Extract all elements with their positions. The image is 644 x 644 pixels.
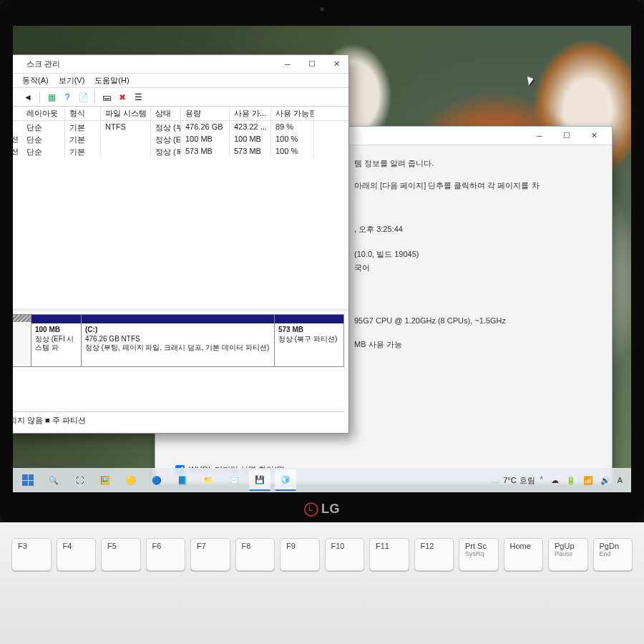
delete-icon[interactable]: ✖: [117, 92, 128, 103]
col-type[interactable]: 형식: [65, 107, 101, 120]
dxdiag-mem: MB 사용 가능: [354, 339, 599, 350]
menu-action[interactable]: 동작(A): [22, 75, 49, 86]
start-button[interactable]: [17, 469, 39, 491]
col-filesystem[interactable]: 파일 시스템: [101, 107, 151, 120]
disk-management-window: 스크 관리 ─ ☐ ✕ 동작(A) 보기(V) 도움말(H) ◄ ▦ ? 📄 🖴: [13, 54, 349, 434]
disk-label[interactable]: 디스크 0 .92 GB 라인: [13, 315, 31, 366]
taskbar-chrome[interactable]: 🟡: [120, 469, 142, 491]
taskbar: 🔍 ⛶ 🖼️ 🟡 🔵 📘 📁 ✉️ 💾 🧊 ☁️ 7°C 흐림 ˄ ☁ 🔋 📶 …: [13, 468, 631, 492]
tray-onedrive-icon[interactable]: ☁: [551, 476, 559, 485]
keyboard-key: PgDnEnd: [593, 538, 633, 571]
dxdiag-text: 템 정보를 알려 줍니다.: [354, 158, 599, 169]
taskbar-app[interactable]: 🖼️: [94, 469, 116, 491]
dxdiag-lang: 국어: [354, 263, 599, 273]
help-icon[interactable]: ?: [62, 92, 73, 103]
col-used[interactable]: 사용 가...: [230, 107, 271, 120]
partition[interactable]: 573 MB정상 (복구 파티션): [275, 315, 343, 366]
legend: 할당되지 않음 ■ 주 파티션: [13, 411, 344, 429]
volume-name: 스크 0 파티션 4): [13, 145, 19, 158]
taskbar-app[interactable]: 📘: [172, 469, 193, 491]
volume-name: [13, 121, 19, 124]
keyboard-key: F6: [146, 538, 186, 571]
back-icon[interactable]: ◄: [22, 92, 34, 103]
keyboard-key: F7: [190, 538, 230, 571]
keyboard-key: F11: [369, 538, 409, 571]
maximize-button[interactable]: ☐: [300, 57, 324, 72]
tray-ime[interactable]: A: [618, 476, 623, 484]
keyboard-key: F8: [235, 538, 275, 571]
disk-row[interactable]: 디스크 0 .92 GB 라인 100 MB정상 (EFI 시스템 파(C:)4…: [13, 314, 344, 367]
keyboard-key: Prt ScSysRq: [459, 538, 499, 571]
taskbar-diskmgmt[interactable]: 💾: [249, 469, 270, 491]
disk-diagram: 디스크 0 .92 GB 라인 100 MB정상 (EFI 시스템 파(C:)4…: [13, 311, 348, 433]
col-capacity[interactable]: 용량: [181, 107, 230, 120]
volume-list-header[interactable]: 레이아웃 형식 파일 시스템 상태 용량 사용 가... 사용 가능한...: [13, 107, 348, 121]
minimize-button[interactable]: ─: [526, 128, 553, 144]
laptop-brand: LG: [304, 502, 340, 517]
keyboard-key: F5: [101, 538, 141, 571]
keyboard-key: F12: [414, 538, 454, 571]
close-button[interactable]: ✕: [580, 128, 608, 144]
brand-text: LG: [321, 502, 340, 517]
partition[interactable]: (C:)476.26 GB NTFS정상 (부팅, 페이지 파일, 크래시 덤프…: [82, 315, 275, 366]
taskbar-explorer[interactable]: 📁: [197, 469, 219, 491]
maximize-button[interactable]: ☐: [553, 128, 580, 144]
tray-chevron-icon[interactable]: ˄: [540, 476, 544, 485]
dxdiag-os: (10.0, 빌드 19045): [354, 249, 599, 260]
table-row[interactable]: 단순기본정상 (EFI ...100 MB100 MB100 %: [13, 133, 348, 145]
webcam: [319, 6, 325, 12]
refresh-icon[interactable]: 📄: [77, 92, 89, 103]
tray-wifi-icon[interactable]: 📶: [583, 476, 593, 485]
diskmgmt-titlebar[interactable]: 스크 관리 ─ ☐ ✕: [13, 55, 348, 74]
dxdiag-text: 아래의 [다음 페이지] 단추를 클릭하여 각 페이지를 차: [354, 180, 599, 191]
volume-list-empty: [13, 157, 348, 311]
keyboard-key: PgUpPause: [548, 538, 588, 571]
dxdiag-datetime: , 오후 3:25:44: [354, 224, 599, 235]
tray-volume-icon[interactable]: 🔊: [600, 476, 610, 485]
keyboard-key: F10: [325, 538, 365, 571]
laptop-bezel: LG ─ ☐ ✕ 템 정보를 알려 줍니다. 아래의 [다음 페이지] 단추를 …: [0, 0, 644, 522]
table-row[interactable]: 단순기본정상 (복구...573 MB573 MB100 %: [13, 145, 348, 157]
volume-name: 스크 0 파티션 1): [13, 133, 19, 146]
col-status[interactable]: 상태: [151, 107, 181, 120]
system-tray[interactable]: ˄ ☁ 🔋 📶 🔊 A: [540, 476, 627, 485]
properties-icon[interactable]: ☰: [132, 92, 144, 103]
disk-status: 라인: [13, 346, 26, 356]
taskview-button[interactable]: ⛶: [69, 469, 90, 491]
taskbar-edge[interactable]: 🔵: [146, 469, 167, 491]
minimize-button[interactable]: ─: [275, 57, 300, 72]
toolbar: ◄ ▦ ? 📄 🖴 ✖ ☰: [13, 88, 348, 107]
disk-size: .92 GB: [13, 336, 26, 345]
taskbar-mail[interactable]: ✉️: [223, 469, 245, 491]
col-layout[interactable]: 레이아웃: [22, 107, 65, 120]
taskbar-dxdiag[interactable]: 🧊: [275, 469, 296, 491]
disk-name: 디스크 0: [13, 325, 26, 336]
search-button[interactable]: 🔍: [43, 469, 64, 491]
weather-widget[interactable]: ☁️ 7°C 흐림: [490, 475, 535, 486]
laptop-keyboard: F3F4F5F6F7F8F9F10F11F12Prt ScSysRqHomePg…: [0, 522, 644, 644]
table-row[interactable]: 단순기본NTFS정상 (부팅...476.26 GB423.22 ...89 %: [13, 121, 348, 133]
menu-help[interactable]: 도움말(H): [94, 75, 129, 86]
col-freepct[interactable]: 사용 가능한...: [271, 107, 314, 120]
keyboard-key: F9: [280, 538, 320, 571]
window-title: 스크 관리: [26, 59, 271, 69]
keyboard-key: F4: [57, 538, 97, 571]
dxdiag-cpu: 95G7 CPU @ 1.20GHz (8 CPUs), ~1.5GHz: [354, 316, 599, 325]
keyboard-key: Home: [504, 538, 544, 571]
keyboard-key: F3: [11, 538, 52, 571]
weather-temp: 7°C: [503, 476, 516, 484]
legend-label: 할당되지 않음 ■ 주 파티션: [13, 415, 86, 426]
close-button[interactable]: ✕: [324, 57, 348, 72]
lg-logo-icon: [304, 502, 318, 517]
weather-cloud-icon: ☁️: [490, 476, 500, 485]
weather-text: 흐림: [519, 475, 535, 486]
grid-icon[interactable]: ▦: [46, 92, 57, 103]
desktop-screen: ─ ☐ ✕ 템 정보를 알려 줍니다. 아래의 [다음 페이지] 단추를 클릭하…: [13, 26, 631, 492]
windows-logo-icon: [22, 474, 34, 486]
menu-view[interactable]: 보기(V): [59, 75, 85, 86]
disk-icon[interactable]: 🖴: [101, 92, 112, 103]
partition[interactable]: 100 MB정상 (EFI 시스템 파: [31, 315, 82, 366]
menu-bar: 동작(A) 보기(V) 도움말(H): [13, 74, 348, 88]
volume-list[interactable]: 단순기본NTFS정상 (부팅...476.26 GB423.22 ...89 %…: [13, 121, 348, 157]
tray-battery-icon[interactable]: 🔋: [566, 476, 576, 485]
